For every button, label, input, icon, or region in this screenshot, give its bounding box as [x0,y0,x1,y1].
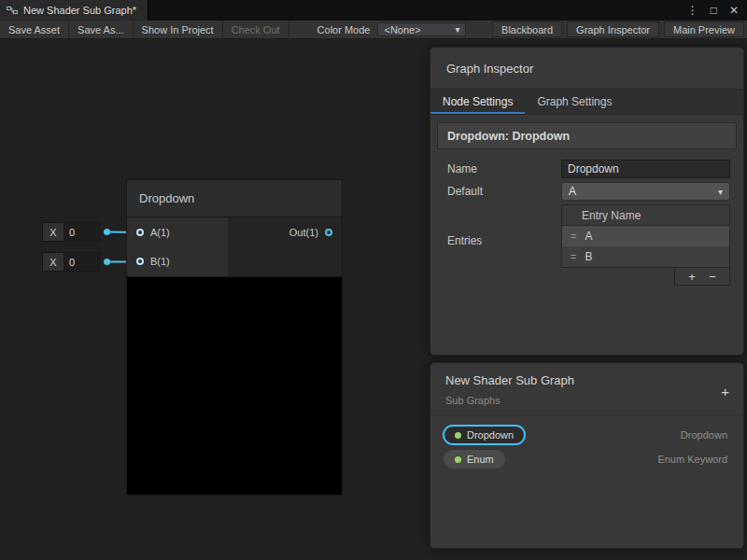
x-component-label: X [43,253,63,271]
property-pill-enum[interactable]: Enum [444,450,505,469]
input-port-row-b: B(1) [127,256,228,267]
maximize-icon[interactable]: □ [711,4,717,17]
node-preview [127,276,342,495]
entry-name: B [585,250,592,263]
window-controls: ⋮ □ ✕ [687,0,747,21]
property-pill-dropdown[interactable]: Dropdown [444,426,525,444]
node-title: Dropdown [139,191,194,205]
default-field-row: Default A ▾ [447,182,730,201]
exposed-dot-icon [455,432,461,439]
dropdown-node[interactable]: Dropdown A(1) B(1) Out(1) [126,179,343,496]
default-label: Default [447,185,561,198]
node-input-column: A(1) B(1) [127,217,228,276]
input-port-a-label: A(1) [150,227,170,238]
entries-list-footer: + − [561,268,730,286]
name-field-row: Name Dropdown [447,160,730,178]
default-dropdown[interactable]: A ▾ [561,182,730,201]
float-field: X 0 [42,252,100,272]
property-type-label: Enum Keyword [657,454,727,465]
entries-field-row: Entries Entry Name = A = B + [447,204,730,286]
blackboard-rows: Dropdown Dropdown Enum Enum Keyword [430,415,743,471]
node-header[interactable]: Dropdown [127,180,342,217]
property-type-label: Dropdown [681,429,727,441]
input-port-row-a: A(1) [127,227,228,238]
default-dropdown-value: A [569,185,576,198]
blackboard-title: New Shader Sub Graph [445,373,728,387]
node-output-column: Out(1) [228,217,342,276]
add-entry-button[interactable]: + [688,271,696,283]
drag-handle-icon[interactable]: = [571,251,576,262]
kebab-menu-icon[interactable]: ⋮ [687,4,698,17]
output-port[interactable] [325,229,332,236]
title-bar: New Shader Sub Graph* ⋮ □ ✕ [0,0,747,21]
exposed-dot-icon [455,456,461,463]
shader-graph-icon [7,5,18,16]
document-tab-title: New Shader Sub Graph* [23,5,136,16]
input-port-b-label: B(1) [150,256,170,267]
blackboard-toggle-button[interactable]: Blackboard [492,21,562,37]
inspector-tabs: Node Settings Graph Settings [430,89,743,115]
float-output-port[interactable] [104,259,110,265]
node-body: A(1) B(1) Out(1) [127,217,342,276]
blackboard-panel: New Shader Sub Graph Sub Graphs + Dropdo… [430,362,744,549]
entries-list-header: Entry Name [562,205,729,226]
tab-graph-settings[interactable]: Graph Settings [525,90,624,114]
color-mode-dropdown[interactable]: <None> ▾ [377,22,466,36]
float-field: X 0 [42,222,100,242]
output-port-row: Out(1) [289,225,332,240]
show-in-project-button[interactable]: Show In Project [134,21,223,38]
entries-reorderable-list: Entry Name = A = B [561,204,730,268]
input-port-b[interactable] [136,258,144,265]
float-input-node-b[interactable]: X 0 [42,252,110,272]
property-name: Dropdown [467,429,514,441]
node-settings-fields: Name Dropdown Default A ▾ Entries Entry … [430,149,743,286]
entry-name: A [585,230,592,243]
add-property-button[interactable]: + [721,384,729,399]
entries-list-block: Entry Name = A = B + − [561,204,730,286]
name-label: Name [447,162,561,175]
name-input[interactable]: Dropdown [561,160,730,178]
x-value-field[interactable]: 0 [63,253,99,271]
float-output-port[interactable] [104,229,110,235]
input-port-a[interactable] [136,229,144,236]
entry-row-a[interactable]: = A [562,226,729,246]
close-icon[interactable]: ✕ [729,4,739,17]
chevron-down-icon: ▾ [718,187,723,197]
node-settings-section-header: Dropdown: Dropdown [437,122,737,149]
tab-node-settings[interactable]: Node Settings [430,90,525,114]
graph-inspector-title: Graph Inspector [430,48,743,89]
color-mode-value: <None> [384,24,420,35]
x-component-label: X [43,223,63,241]
entries-label: Entries [447,204,561,286]
color-mode-label: Color Mode [310,21,378,38]
graph-inspector-toggle-button[interactable]: Graph Inspector [567,21,659,37]
float-input-node-a[interactable]: X 0 [42,222,110,242]
x-value-field[interactable]: 0 [63,223,99,241]
save-asset-button[interactable]: Save Asset [0,21,69,38]
entries-footer-buttons: + − [674,268,730,286]
graph-inspector-panel: Graph Inspector Node Settings Graph Sett… [430,47,744,356]
property-name: Enum [467,454,494,465]
document-tab[interactable]: New Shader Sub Graph* [0,0,148,21]
save-as-button[interactable]: Save As... [69,21,134,38]
check-out-button[interactable]: Check Out [223,21,289,38]
drag-handle-icon[interactable]: = [571,231,576,242]
entry-row-b[interactable]: = B [562,246,729,267]
blackboard-header: New Shader Sub Graph Sub Graphs + [430,363,743,415]
blackboard-row-dropdown: Dropdown Dropdown [430,423,743,447]
shader-graph-toolbar: Save Asset Save As... Show In Project Ch… [0,21,747,39]
main-preview-toggle-button[interactable]: Main Preview [664,21,744,37]
chevron-down-icon: ▾ [455,24,459,35]
blackboard-subtitle: Sub Graphs [445,395,728,406]
toolbar-right-group: Blackboard Graph Inspector Main Preview [492,21,747,38]
blackboard-row-enum: Enum Enum Keyword [430,447,743,471]
remove-entry-button[interactable]: − [709,271,716,283]
output-port-label: Out(1) [289,227,318,238]
